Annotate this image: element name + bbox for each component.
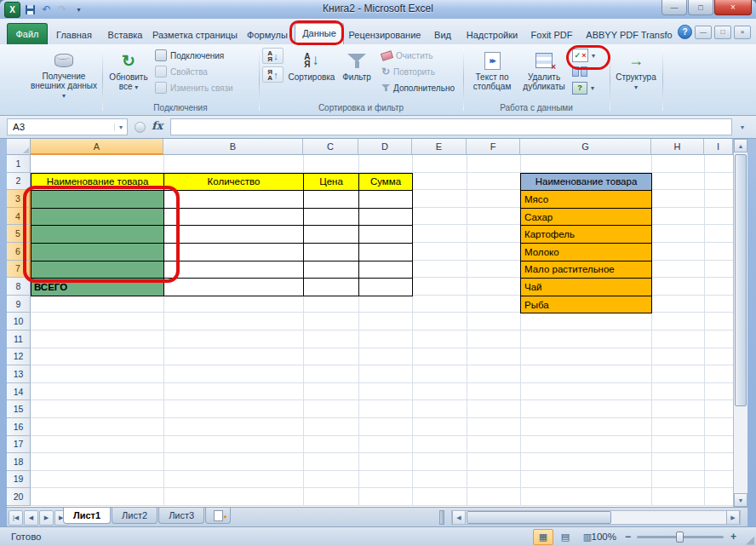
cell-d7[interactable] (359, 262, 413, 279)
sheet-tab-list2[interactable]: Лист2 (112, 508, 158, 524)
scroll-left-button[interactable]: ◀ (452, 511, 466, 524)
outline-button[interactable]: → Структура ▾ (613, 46, 659, 101)
cell-c3[interactable] (304, 191, 359, 209)
cell-a6[interactable] (32, 244, 164, 262)
cell-b3[interactable] (164, 191, 304, 209)
page-layout-view-button[interactable]: ▤ (555, 529, 576, 545)
sort-descending-button[interactable]: ЯА ↑ (262, 66, 284, 83)
workbook-close-button[interactable]: × (734, 26, 751, 39)
cell-g9[interactable]: Рыба (521, 296, 652, 314)
tab-page-layout[interactable]: Разметка страницы (150, 26, 240, 44)
what-if-analysis-button[interactable]: ? ▾ (572, 80, 594, 95)
next-sheet-button[interactable]: ▶ (39, 510, 54, 526)
properties-button[interactable]: Свойства (155, 64, 208, 79)
cell-c4[interactable] (304, 209, 359, 227)
cell-a2[interactable]: Наименование товара (32, 174, 164, 192)
close-button[interactable]: × (714, 0, 752, 15)
sheet-tab-list1[interactable]: Лист1 (63, 508, 111, 524)
select-all-corner[interactable] (7, 139, 31, 155)
reapply-filter-button[interactable]: ↻ Повторить (381, 64, 435, 79)
text-to-columns-button[interactable]: ▸▸ Текст по столбцам (467, 46, 518, 101)
cell-d2[interactable]: Сумма (359, 174, 413, 192)
vertical-scrollbar-thumb[interactable] (735, 154, 747, 406)
zoom-in-button[interactable]: + (727, 530, 740, 543)
vertical-scrollbar[interactable]: ▲ ▼ (733, 139, 747, 507)
filter-button[interactable]: Фильтр (337, 46, 376, 101)
cell-c2[interactable]: Цена (304, 174, 359, 192)
row-header-10[interactable]: 10 (7, 313, 31, 330)
prev-sheet-button[interactable]: ◀ (24, 510, 38, 526)
formula-bar-button[interactable] (135, 122, 146, 133)
tab-abbyy-pdf[interactable]: ABBYY PDF Transfo (579, 26, 679, 44)
row-header-4[interactable]: 4 (7, 208, 31, 226)
cell-d3[interactable] (359, 191, 413, 209)
advanced-filter-button[interactable]: Дополнительно (381, 80, 455, 95)
tab-review[interactable]: Рецензирование (344, 26, 426, 44)
column-header-h[interactable]: H (651, 139, 704, 155)
minimize-button[interactable]: — (662, 0, 687, 15)
cell-b5[interactable] (164, 226, 304, 244)
insert-sheet-button[interactable]: * (205, 508, 231, 524)
column-header-f[interactable]: F (467, 139, 520, 155)
row-header-13[interactable]: 13 (7, 365, 31, 383)
scroll-up-button[interactable]: ▲ (734, 139, 747, 152)
row-header-2[interactable]: 2 (7, 173, 31, 191)
tab-view[interactable]: Вид (426, 26, 460, 44)
column-header-b[interactable]: B (163, 139, 303, 155)
cell-d4[interactable] (359, 209, 413, 227)
consolidate-button[interactable] (572, 64, 587, 79)
sort-ascending-button[interactable]: АЯ ↓ (262, 48, 284, 64)
column-header-g[interactable]: G (520, 139, 651, 155)
cell-g2[interactable]: Наименование товара (521, 174, 652, 192)
column-header-i[interactable]: I (704, 139, 733, 155)
scroll-down-button[interactable]: ▼ (734, 493, 747, 507)
zoom-out-button[interactable]: − (621, 530, 634, 543)
workbook-restore-button[interactable]: □ (714, 26, 731, 39)
refresh-all-button[interactable]: ↻ Обновить все ▾ (106, 46, 152, 101)
row-header-19[interactable]: 19 (7, 471, 31, 489)
sheet-tab-list3[interactable]: Лист3 (158, 508, 204, 524)
cell-g7[interactable]: Мало растительное (521, 262, 652, 279)
sort-button[interactable]: АЯ ↓ Сортировка (288, 46, 335, 101)
tab-foxit-pdf[interactable]: Foxit PDF (524, 26, 579, 44)
cell-g4[interactable]: Сахар (521, 209, 652, 227)
name-box[interactable]: A3 ▾ (7, 118, 128, 135)
cell-d6[interactable] (359, 244, 413, 262)
name-box-dropdown[interactable]: ▾ (114, 124, 127, 131)
zoom-level-label[interactable]: 100% (586, 532, 616, 542)
data-validation-button[interactable]: ✓ × ▾ (572, 48, 595, 63)
tab-split-handle[interactable] (439, 510, 444, 525)
column-header-d[interactable]: D (358, 139, 412, 155)
cell-c7[interactable] (304, 262, 359, 279)
cell-b7[interactable] (164, 262, 304, 279)
edit-links-button[interactable]: Изменить связи (155, 80, 233, 95)
formula-bar-expand-button[interactable]: ▾ (736, 121, 749, 134)
row-header-15[interactable]: 15 (7, 400, 31, 418)
cell-d5[interactable] (359, 226, 413, 244)
clear-filter-button[interactable]: Очистить (381, 48, 433, 63)
cell-g6[interactable]: Молоко (521, 244, 652, 262)
tab-addins[interactable]: Надстройки (460, 26, 524, 44)
row-header-17[interactable]: 17 (7, 436, 31, 454)
formula-input[interactable] (170, 118, 732, 135)
cell-c6[interactable] (304, 244, 359, 262)
cell-b8[interactable] (164, 279, 304, 296)
tab-home[interactable]: Главная (48, 26, 100, 44)
row-header-18[interactable]: 18 (7, 453, 31, 471)
cell-c8[interactable] (304, 279, 359, 296)
zoom-slider-thumb[interactable] (676, 532, 684, 543)
cell-a3[interactable] (32, 191, 164, 209)
help-icon[interactable]: ? (678, 25, 692, 39)
cell-g8[interactable]: Чай (521, 279, 652, 296)
column-header-c[interactable]: C (303, 139, 358, 155)
get-external-data-button[interactable]: Получение внешних данных ▾ (29, 46, 99, 101)
cell-g5[interactable]: Картофель (521, 226, 652, 244)
insert-function-button[interactable]: fx (152, 119, 163, 132)
cells-area[interactable]: Наименование товара Количество Цена Сумм… (31, 155, 733, 506)
tab-insert[interactable]: Вставка (100, 26, 150, 44)
row-header-16[interactable]: 16 (7, 418, 31, 436)
row-header-12[interactable]: 12 (7, 348, 31, 366)
column-header-e[interactable]: E (412, 139, 467, 155)
row-header-20[interactable]: 20 (7, 488, 31, 506)
row-header-11[interactable]: 11 (7, 330, 31, 348)
